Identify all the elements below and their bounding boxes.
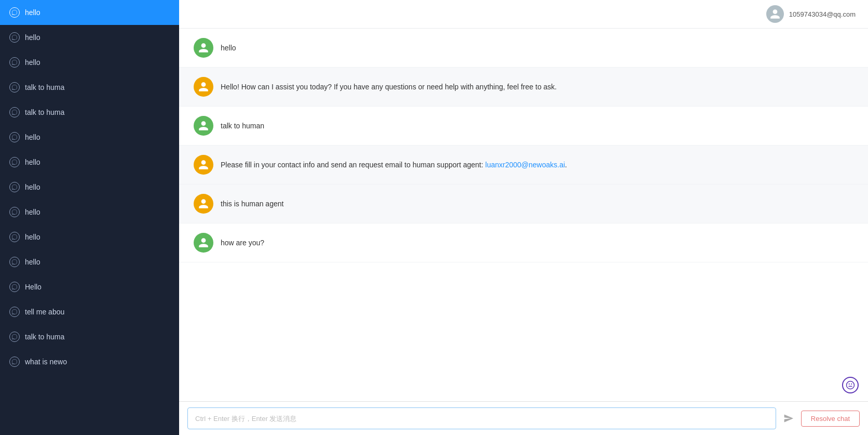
- main-wrapper: 1059743034@qq.com hello Hello! How can I…: [179, 0, 868, 435]
- message-row-msg-3: talk to human: [179, 107, 868, 146]
- sidebar-item-label: what is newo: [25, 358, 67, 366]
- chat-icon: [9, 107, 20, 117]
- sidebar-item-item-15[interactable]: what is newo: [0, 349, 179, 374]
- chat-icon: [9, 207, 20, 217]
- message-text: hello: [221, 38, 236, 54]
- sidebar-item-label: hello: [25, 258, 40, 266]
- message-text: Please fill in your contact info and sen…: [221, 155, 567, 170]
- message-row-msg-1: hello: [179, 29, 868, 68]
- sidebar-item-item-3[interactable]: hello: [0, 50, 179, 75]
- sidebar-item-item-12[interactable]: Hello: [0, 274, 179, 299]
- user-avatar-bubble: [194, 38, 213, 58]
- sidebar-item-label: hello: [25, 233, 40, 241]
- message-row-msg-5: this is human agent: [179, 184, 868, 223]
- chat-icon: [9, 7, 20, 18]
- chat-icon: [9, 182, 20, 192]
- chat-icon: [9, 32, 20, 43]
- sidebar: hello hello hello talk to huma talk to h…: [0, 0, 179, 435]
- user-avatar-bubble: [194, 233, 213, 253]
- header: 1059743034@qq.com: [179, 0, 868, 29]
- sidebar-item-label: hello: [25, 158, 40, 166]
- messages-container: hello Hello! How can I assist you today?…: [179, 29, 868, 401]
- message-text: this is human agent: [221, 194, 283, 209]
- chat-icon: [9, 282, 20, 292]
- user-avatar: [766, 5, 784, 23]
- user-avatar-bubble: [194, 116, 213, 136]
- sidebar-item-item-13[interactable]: tell me abou: [0, 299, 179, 324]
- sidebar-item-item-11[interactable]: hello: [0, 249, 179, 274]
- sidebar-item-label: talk to huma: [25, 333, 64, 341]
- emoji-fab-button[interactable]: [842, 377, 859, 393]
- sidebar-item-item-9[interactable]: hello: [0, 200, 179, 225]
- bot-avatar-bubble: [194, 155, 213, 175]
- chat-icon: [9, 307, 20, 317]
- sidebar-item-label: Hello: [25, 283, 42, 291]
- sidebar-item-label: hello: [25, 33, 40, 42]
- header-email: 1059743034@qq.com: [789, 10, 856, 18]
- sidebar-item-item-1[interactable]: hello: [0, 0, 179, 25]
- sidebar-item-item-6[interactable]: hello: [0, 125, 179, 150]
- message-text: how are you?: [221, 233, 264, 248]
- sidebar-item-item-8[interactable]: hello: [0, 175, 179, 200]
- svg-point-0: [847, 381, 855, 389]
- message-row-msg-2: Hello! How can I assist you today? If yo…: [179, 68, 868, 107]
- chat-icon: [9, 57, 20, 68]
- chat-icon: [9, 357, 20, 367]
- send-button[interactable]: [781, 411, 796, 426]
- chat-icon: [9, 82, 20, 93]
- message-row-msg-6: how are you?: [179, 223, 868, 262]
- message-text: Hello! How can I assist you today? If yo…: [221, 77, 557, 93]
- sidebar-item-label: talk to huma: [25, 83, 64, 91]
- sidebar-item-label: hello: [25, 208, 40, 216]
- message-text: talk to human: [221, 116, 264, 131]
- bot-avatar-bubble: [194, 194, 213, 214]
- sidebar-item-label: tell me abou: [25, 308, 64, 316]
- sidebar-item-label: hello: [25, 58, 40, 67]
- message-row-msg-4: Please fill in your contact info and sen…: [179, 146, 868, 184]
- sidebar-item-item-2[interactable]: hello: [0, 25, 179, 50]
- resolve-chat-button[interactable]: Resolve chat: [801, 411, 860, 427]
- sidebar-item-label: hello: [25, 183, 40, 191]
- sidebar-item-item-7[interactable]: hello: [0, 150, 179, 175]
- sidebar-item-item-10[interactable]: hello: [0, 225, 179, 249]
- chat-icon: [9, 232, 20, 242]
- chat-icon: [9, 332, 20, 342]
- sidebar-item-label: hello: [25, 8, 40, 17]
- email-link[interactable]: luanxr2000@newoaks.ai: [485, 161, 565, 169]
- sidebar-item-item-5[interactable]: talk to huma: [0, 100, 179, 125]
- chat-input[interactable]: [187, 407, 776, 429]
- sidebar-item-label: talk to huma: [25, 108, 64, 116]
- sidebar-item-label: hello: [25, 133, 40, 141]
- bot-avatar-bubble: [194, 77, 213, 97]
- chat-icon: [9, 157, 20, 167]
- sidebar-item-item-14[interactable]: talk to huma: [0, 324, 179, 349]
- chat-icon: [9, 132, 20, 142]
- chat-icon: [9, 257, 20, 267]
- input-area: Resolve chat: [179, 401, 868, 435]
- sidebar-item-item-4[interactable]: talk to huma: [0, 75, 179, 100]
